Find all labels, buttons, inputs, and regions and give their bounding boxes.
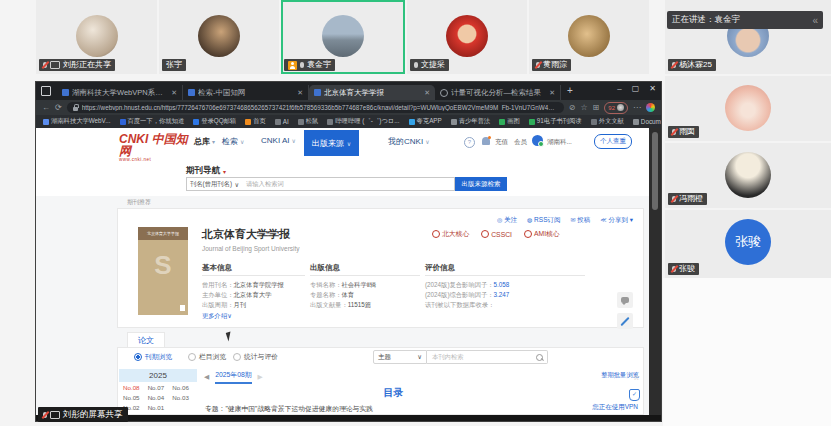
video-tile-wenjiecai[interactable]: 文捷采 xyxy=(407,0,527,74)
issue-no05[interactable]: No.05 xyxy=(123,394,148,401)
collapse-icon[interactable]: « xyxy=(812,15,818,26)
tab-close-icon[interactable]: ✕ xyxy=(549,89,555,97)
profile-pill[interactable]: 92 xyxy=(604,102,628,114)
rss-link[interactable]: ◍ RSS订阅 xyxy=(527,216,560,225)
bookmark-item[interactable]: 青少年普法 xyxy=(451,117,490,126)
next-issue-icon[interactable]: ▶ xyxy=(258,373,263,381)
source-search-button[interactable]: 出版来源检索 xyxy=(455,177,507,191)
current-issue-tab[interactable]: 2025年08期 xyxy=(215,370,251,384)
bookmark-item[interactable]: 百度一下，你就知道 xyxy=(120,117,185,126)
radio-column-browse[interactable]: 栏目浏览 xyxy=(188,352,226,362)
nav-mycnki[interactable]: 我的CNKI∨ xyxy=(388,136,430,147)
bookmark-item[interactable]: 哔哩哔哩 (゜-゜)つロ... xyxy=(327,117,399,126)
radio-stats-eval[interactable]: 统计与评价 xyxy=(233,352,278,362)
issue-no07[interactable]: No.07 xyxy=(148,384,173,391)
video-tile-liutong[interactable]: 刘彤正在共享 xyxy=(36,0,157,74)
bookmark-item[interactable]: 松鼠 xyxy=(298,117,319,126)
bookmark-favicon xyxy=(193,119,199,125)
badge-beida-core: 北大核心 xyxy=(432,229,469,239)
browser-scrollbar[interactable] xyxy=(649,128,661,415)
video-tile-fengyucheng[interactable]: 冯雨橙 xyxy=(665,143,831,208)
bookmark-star-icon[interactable]: ☆ xyxy=(580,103,587,112)
bookmark-item[interactable]: 外文文献 xyxy=(591,117,624,126)
tab-close-icon[interactable]: ✕ xyxy=(171,89,177,97)
browser-tab-1[interactable]: 湖南科技大学WebVPN系统 - 欢迎 ✕ xyxy=(57,85,183,100)
nav-zongku[interactable]: 总库▾ xyxy=(194,136,215,147)
inpage-search-input[interactable]: 本刊内检索 xyxy=(427,350,548,364)
vpn-shield-icon[interactable]: ✓ xyxy=(629,389,640,401)
back-icon[interactable]: ← xyxy=(42,103,50,112)
help-icon[interactable]: ? xyxy=(464,137,475,148)
vpn-status-text[interactable]: 您正在使用VPN xyxy=(592,403,638,412)
cnki-logo[interactable]: CNKI 中国知网 www.cnki.net xyxy=(119,133,195,162)
video-tile-huangyucong[interactable]: 黄雨淙 xyxy=(529,0,649,74)
minimize-button[interactable]: – xyxy=(617,84,621,93)
bookmark-item[interactable]: 登录QQ邮箱 xyxy=(193,117,236,126)
tab-close-icon[interactable]: ✕ xyxy=(297,89,303,97)
omnibox[interactable]: https://webvpn.hnust.edu.cn/https/777264… xyxy=(67,102,564,113)
radio-issue-browse[interactable]: 刊期浏览 xyxy=(134,352,172,362)
close-button[interactable]: ✕ xyxy=(649,84,656,93)
annotate-tool-button[interactable] xyxy=(617,313,633,329)
browser-tab-4[interactable]: 计量可视化分析—检索结果 ✕ xyxy=(435,85,561,100)
bookmark-item[interactable]: AI xyxy=(275,118,289,125)
video-tile-zhangjun[interactable]: 张骏 张骏 xyxy=(665,210,831,278)
browser-tab-3-active[interactable]: 北京体育大学学报 ✕ xyxy=(309,85,435,100)
tab-close-icon[interactable]: ✕ xyxy=(424,89,430,97)
search-field-select[interactable]: 刊名(曾用刊名)∨ xyxy=(186,177,243,191)
search-input[interactable]: 请输入检索词 xyxy=(242,177,455,191)
vip-link[interactable]: 会员 xyxy=(514,138,527,147)
user-avatar[interactable] xyxy=(532,135,543,146)
video-tile-yunan[interactable]: 雨囡 xyxy=(665,76,831,141)
nav-jiansuo[interactable]: 检索∨ xyxy=(222,136,244,147)
lock-icon xyxy=(73,107,78,111)
bookmark-item[interactable]: 首页 xyxy=(245,117,266,126)
participant-name-label: 文捷采 xyxy=(410,59,449,71)
video-tile-zhangyu[interactable]: 张宇 xyxy=(159,0,279,74)
issue-no08[interactable]: No.08 xyxy=(123,384,148,391)
notification-bell-icon[interactable] xyxy=(482,137,490,145)
bookmark-item[interactable]: 湖南科技大学WebV... xyxy=(43,117,111,126)
year-header[interactable]: 2025 xyxy=(119,369,197,382)
nav-chuban-active[interactable]: 出版来源∨ xyxy=(304,130,359,156)
nav-cnki-ai[interactable]: CNKI AI∨ xyxy=(261,136,296,145)
toc-topic-line[interactable]: 专题："健康中国"战略背景下运动促进健康的理论与实践 xyxy=(205,404,373,414)
video-tile-yuanjinyu-speaking[interactable]: 袁金宇 xyxy=(281,0,405,74)
journal-cover[interactable]: 北京体育大学学报 S xyxy=(138,227,188,315)
search-icon[interactable] xyxy=(536,354,543,361)
plagiarism-check-button[interactable]: 个人查重 xyxy=(594,134,632,149)
publish-info-column: 出版信息 专辑名称：社会科学Ⅱ辑 专题名称：体育 出版文献量：11515篇 xyxy=(310,263,420,310)
cover-art: S xyxy=(138,240,188,290)
follow-link[interactable]: ◎ 关注 xyxy=(497,216,517,225)
share-link[interactable]: ≪ 分享到 ▾ xyxy=(600,216,633,225)
bookmark-item[interactable]: 91电子书刊阅读 xyxy=(529,117,582,126)
issue-no03[interactable]: No.03 xyxy=(172,394,197,401)
favorite-star-icon[interactable]: ☆ xyxy=(633,373,640,382)
more-intro-link[interactable]: 更多介绍∨ xyxy=(202,312,305,321)
issue-no01[interactable]: No.01 xyxy=(148,404,173,411)
submit-link[interactable]: ✉ 投稿 xyxy=(570,216,590,225)
scrollbar-thumb[interactable] xyxy=(652,132,658,210)
topic-select[interactable]: 主题∨ xyxy=(373,350,427,364)
journal-nav-title[interactable]: 期刊导航▾ xyxy=(186,165,226,177)
mic-muted-icon xyxy=(43,412,47,418)
blocked-content-icon[interactable]: ⊘ xyxy=(569,103,576,112)
comment-tool-button[interactable] xyxy=(617,292,633,308)
journal-badges: 北大核心 CSSCI AMI核心 xyxy=(432,229,560,239)
more-menu-icon[interactable]: ⋯ xyxy=(633,103,641,112)
bookmark-item[interactable]: 画图 xyxy=(499,117,520,126)
extensions-icon[interactable]: ⊞ xyxy=(593,103,600,112)
browser-logo-icon[interactable] xyxy=(646,103,655,112)
browser-tab-2[interactable]: 检索-中国知网 ✕ xyxy=(183,85,309,100)
bookmark-item[interactable]: Document Search -... xyxy=(633,118,661,125)
badge-cssci: CSSCI xyxy=(481,229,512,239)
reload-icon[interactable]: ⟳ xyxy=(55,103,62,112)
maximize-button[interactable]: ▢ xyxy=(632,84,640,93)
issue-no04[interactable]: No.04 xyxy=(148,394,173,401)
recharge-link[interactable]: 充值 xyxy=(495,138,508,147)
tab-papers[interactable]: 论文 xyxy=(127,332,165,348)
new-tab-button[interactable]: + xyxy=(567,85,573,96)
bookmark-item[interactable]: 夸克APP xyxy=(409,117,442,126)
issue-no06[interactable]: No.06 xyxy=(172,384,197,391)
prev-issue-icon[interactable]: ◀ xyxy=(204,373,209,381)
